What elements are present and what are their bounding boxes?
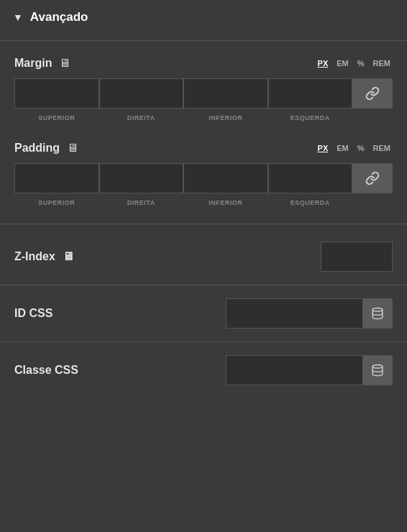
padding-direita-label: DIREITA	[99, 198, 184, 206]
padding-unit-switcher: PX EM % REM	[316, 142, 393, 154]
id-css-row: ID CSS	[0, 288, 407, 339]
svg-point-0	[372, 308, 383, 312]
advanced-panel: ▼ Avançado Margin 🖥 PX EM % REM	[0, 0, 407, 395]
padding-label: Padding	[14, 142, 60, 155]
padding-labels-spacer	[352, 198, 393, 206]
margin-label-group: Margin 🖥	[14, 57, 70, 70]
padding-superior-cell	[14, 163, 99, 193]
margin-labels-row: SUPERIOR DIREITA INFERIOR ESQUERDA	[14, 113, 393, 121]
padding-labels-row: SUPERIOR DIREITA INFERIOR ESQUERDA	[14, 198, 393, 206]
id-css-input-wrapper	[226, 298, 362, 329]
padding-inferior-label: INFERIOR	[183, 198, 268, 206]
id-css-label: ID CSS	[14, 307, 52, 320]
margin-unit-percent[interactable]: %	[355, 58, 367, 69]
margin-unit-switcher: PX EM % REM	[316, 58, 393, 69]
id-css-input-group	[226, 298, 393, 329]
classe-css-label: Classe CSS	[14, 364, 78, 377]
classe-css-input-group	[226, 355, 393, 385]
padding-link-button[interactable]	[352, 163, 393, 193]
padding-superior-input[interactable]	[15, 173, 99, 184]
classe-css-db-button[interactable]	[362, 355, 393, 385]
classe-css-input[interactable]	[227, 365, 362, 376]
margin-direita-label: DIREITA	[99, 113, 184, 121]
padding-esquerda-input[interactable]	[269, 173, 352, 184]
padding-unit-em[interactable]: EM	[334, 142, 351, 154]
padding-esquerda-label: ESQUERDA	[268, 198, 353, 206]
margin-inputs	[14, 78, 393, 109]
margin-labels-spacer	[352, 113, 393, 121]
margin-section: Margin 🖥 PX EM % REM	[0, 47, 407, 132]
panel-title: Avançado	[30, 10, 88, 24]
margin-link-button[interactable]	[352, 78, 393, 109]
zindex-input[interactable]	[321, 252, 392, 262]
margin-unit-px[interactable]: PX	[316, 58, 331, 69]
padding-unit-percent[interactable]: %	[355, 142, 367, 154]
padding-superior-label: SUPERIOR	[14, 198, 99, 206]
margin-unit-em[interactable]: EM	[334, 58, 351, 69]
padding-inferior-cell	[183, 163, 268, 193]
padding-inferior-input[interactable]	[184, 173, 267, 184]
padding-section-header: Padding 🖥 PX EM % REM	[14, 142, 393, 155]
margin-inferior-input[interactable]	[184, 88, 267, 99]
margin-label: Margin	[14, 57, 52, 70]
zindex-input-wrapper	[321, 242, 393, 272]
padding-label-group: Padding 🖥	[14, 142, 78, 155]
margin-section-header: Margin 🖥 PX EM % REM	[14, 57, 393, 70]
padding-unit-px[interactable]: PX	[316, 142, 331, 154]
margin-superior-label: SUPERIOR	[14, 113, 99, 121]
margin-superior-input[interactable]	[15, 88, 99, 99]
margin-esquerda-label: ESQUERDA	[268, 113, 353, 121]
margin-monitor-icon[interactable]: 🖥	[59, 57, 70, 70]
margin-inferior-cell	[183, 78, 268, 109]
margin-esquerda-cell	[268, 78, 353, 109]
classe-css-db-icon	[371, 364, 384, 377]
padding-direita-input[interactable]	[100, 173, 183, 184]
padding-monitor-icon[interactable]: 🖥	[67, 142, 78, 155]
padding-unit-rem[interactable]: REM	[371, 142, 393, 154]
panel-header: ▼ Avançado	[0, 0, 407, 35]
margin-link-icon	[365, 86, 380, 101]
id-css-input[interactable]	[227, 308, 362, 319]
classe-css-row: Classe CSS	[0, 345, 407, 395]
margin-direita-cell	[99, 78, 184, 109]
margin-direita-input[interactable]	[100, 88, 183, 99]
zindex-row: Z-Index 🖥	[0, 231, 407, 282]
classe-css-input-wrapper	[226, 355, 362, 385]
zindex-monitor-icon[interactable]: 🖥	[63, 250, 74, 263]
margin-unit-rem[interactable]: REM	[371, 58, 393, 69]
margin-inferior-label: INFERIOR	[183, 113, 268, 121]
zindex-label-group: Z-Index 🖥	[14, 250, 74, 263]
margin-superior-cell	[14, 78, 99, 109]
padding-direita-cell	[99, 163, 184, 193]
collapse-icon[interactable]: ▼	[13, 12, 23, 23]
margin-esquerda-input[interactable]	[269, 88, 352, 99]
id-css-db-icon	[371, 307, 384, 320]
padding-inputs	[14, 163, 393, 193]
padding-link-icon	[365, 171, 380, 185]
svg-point-1	[372, 365, 383, 369]
padding-esquerda-cell	[268, 163, 353, 193]
zindex-label: Z-Index	[14, 250, 55, 263]
id-css-db-button[interactable]	[362, 298, 393, 329]
padding-section: Padding 🖥 PX EM % REM	[0, 132, 407, 216]
